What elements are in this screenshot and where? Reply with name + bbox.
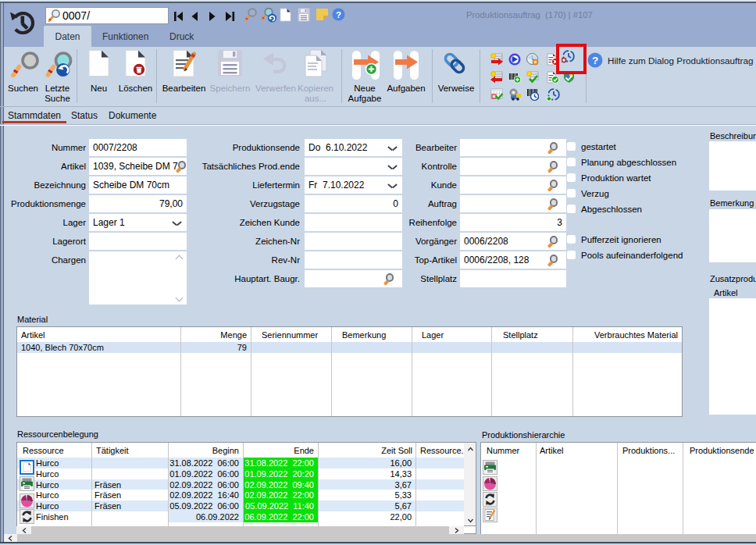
svg-text:?: ? <box>592 55 598 66</box>
svg-text:?: ? <box>336 10 341 20</box>
